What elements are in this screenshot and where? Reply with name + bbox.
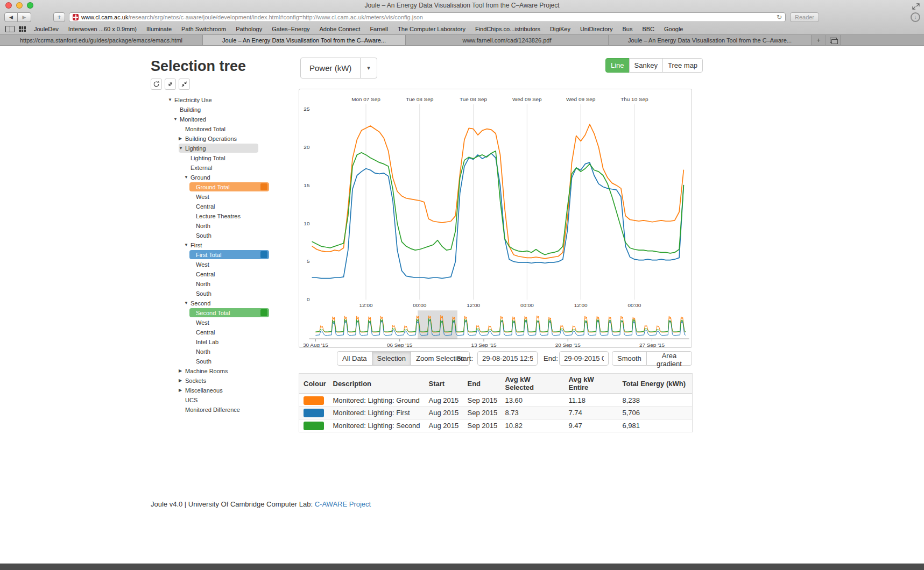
tree-expand-icon[interactable]: ▶ [179, 368, 185, 373]
bookmark-item-gates-energy[interactable]: Gates–Energy [272, 26, 309, 32]
tree-item-north[interactable]: North [166, 347, 306, 357]
back-icon: ◀ [9, 15, 13, 20]
tree-item-central[interactable]: Central [166, 202, 306, 211]
minimize-button[interactable] [16, 2, 23, 9]
bookmark-item-interwoven-60-x-0-9mm[interactable]: Interwoven ...60 x 0.9mm) [68, 26, 137, 32]
table-row[interactable]: Monitored: Lighting: FirstAug 2015Sep 20… [299, 407, 693, 419]
bookmark-item-adobe-connect[interactable]: Adobe Connect [320, 26, 361, 32]
bookmark-item-bus[interactable]: Bus [622, 26, 632, 32]
downloads-icon[interactable]: ↓ [911, 12, 920, 22]
bookmark-item-bbc[interactable]: BBC [642, 26, 654, 32]
tree-item-machine-rooms[interactable]: ▶Machine Rooms [166, 366, 306, 376]
bookmark-item-findchips-co-istributors[interactable]: FindChips.co...istributors [475, 26, 540, 32]
collapse-all-button[interactable] [179, 79, 190, 90]
reload-icon[interactable]: ↻ [777, 13, 782, 22]
tree-item-lighting[interactable]: ▼Lighting [166, 144, 306, 153]
bookmark-item-farnell[interactable]: Farnell [370, 26, 388, 32]
tree-collapse-icon[interactable]: ▼ [184, 243, 191, 247]
bookmark-item-the-computer-laboratory[interactable]: The Computer Laboratory [398, 26, 465, 32]
tree-item-west[interactable]: West [166, 318, 306, 327]
tree-collapse-icon[interactable]: ▼ [173, 117, 180, 122]
tree-item-building[interactable]: Building [166, 105, 306, 115]
area-gradient-button[interactable]: Area gradient [646, 351, 692, 366]
add-bookmark-button[interactable]: + [53, 12, 65, 22]
chart-svg[interactable]: Mon 07 Sep12:00Tue 08 Sep00:00Tue 08 Sep… [299, 89, 692, 347]
back-button[interactable]: ◀ [4, 12, 18, 22]
tree-item-external[interactable]: External [166, 163, 306, 173]
window-titlebar[interactable]: Joule – An Energy Data Visualisation Too… [0, 0, 924, 11]
top-sites-icon[interactable] [19, 26, 26, 32]
end-datetime-input[interactable] [559, 351, 609, 366]
close-button[interactable] [5, 2, 12, 9]
tree-item-first-total[interactable]: First Total [166, 250, 306, 260]
tree-collapse-icon[interactable]: ▼ [184, 301, 191, 305]
tree-item-ground-total[interactable]: Ground Total [166, 182, 306, 192]
tree-item-ground[interactable]: ▼Ground [166, 173, 306, 182]
view-button-line[interactable]: Line [605, 58, 630, 73]
bookmark-item-digikey[interactable]: DigiKey [550, 26, 570, 32]
zoom-button[interactable] [27, 2, 33, 9]
c-aware-link[interactable]: C-AWARE Project [315, 500, 371, 508]
refresh-tree-button[interactable] [151, 79, 162, 90]
tree-item-monitored-difference[interactable]: Monitored Difference [166, 405, 306, 415]
view-button-sankey[interactable]: Sankey [629, 58, 663, 73]
range-button-all-data[interactable]: All Data [337, 351, 372, 366]
tree-item-intel-lab[interactable]: Intel Lab [166, 337, 306, 347]
fullscreen-icon[interactable] [912, 2, 920, 9]
tree-expand-icon[interactable]: ▶ [179, 388, 185, 393]
bookmark-item-google[interactable]: Google [664, 26, 683, 32]
browser-tab[interactable]: Joule – An Energy Data Visualisation Too… [203, 35, 406, 45]
tree-collapse-icon[interactable]: ▼ [184, 175, 191, 180]
tree-item-lighting-total[interactable]: Lighting Total [166, 153, 306, 163]
tree-item-label: Electricity Use [174, 97, 212, 103]
tree-item-first[interactable]: ▼First [166, 240, 306, 250]
address-bar[interactable]: www.cl.cam.ac.uk/research/srg/netos/c-aw… [69, 12, 786, 22]
tree-item-south[interactable]: South [166, 357, 306, 366]
end-cell: Sep 2015 [463, 407, 501, 419]
table-row[interactable]: Monitored: Lighting: GroundAug 2015Sep 2… [299, 394, 693, 407]
tree-item-miscellaneous[interactable]: ▶Miscellaneous [166, 386, 306, 395]
metric-select[interactable]: Power (kW) ▾ [300, 58, 377, 79]
tree-item-north[interactable]: North [166, 279, 306, 289]
smooth-button[interactable]: Smooth [612, 351, 647, 366]
tree-collapse-icon[interactable]: ▼ [168, 97, 174, 102]
view-button-tree-map[interactable]: Tree map [662, 58, 703, 73]
expand-all-button[interactable] [165, 79, 176, 90]
tree-item-west[interactable]: West [166, 260, 306, 269]
tree-item-west[interactable]: West [166, 192, 306, 202]
forward-button[interactable]: ▶ [18, 12, 31, 22]
tree-item-south[interactable]: South [166, 231, 306, 240]
tree-item-monitored[interactable]: ▼Monitored [166, 115, 306, 124]
show-all-tabs-button[interactable] [826, 35, 841, 45]
tree-item-central[interactable]: Central [166, 269, 306, 279]
tree-collapse-icon[interactable]: ▼ [179, 146, 185, 151]
tree-item-label: Ground Total [196, 184, 230, 190]
tree-item-lecture-theatres[interactable]: Lecture Theatres [166, 211, 306, 221]
tree-item-monitored-total[interactable]: Monitored Total [166, 124, 306, 134]
tree-item-north[interactable]: North [166, 221, 306, 231]
tree-item-ucs[interactable]: UCS [166, 395, 306, 405]
tree-item-sockets[interactable]: ▶Sockets [166, 376, 306, 386]
tree-item-building-operations[interactable]: ▶Building Operations [166, 134, 306, 144]
tree-item-south[interactable]: South [166, 289, 306, 298]
tree-expand-icon[interactable]: ▶ [179, 136, 185, 141]
bookmark-item-unidirectory[interactable]: UniDirectory [580, 26, 613, 32]
start-datetime-input[interactable] [477, 351, 538, 366]
bookmarks-sidebar-icon[interactable] [5, 26, 15, 32]
table-row[interactable]: Monitored: Lighting: SecondAug 2015Sep 2… [299, 419, 693, 432]
tree-expand-icon[interactable]: ▶ [179, 378, 185, 383]
new-tab-button[interactable]: + [812, 35, 826, 45]
tree-item-electricity-use[interactable]: ▼Electricity Use [166, 95, 306, 105]
tree-item-central[interactable]: Central [166, 327, 306, 337]
tree-item-second[interactable]: ▼Second [166, 298, 306, 308]
bookmark-item-pathology[interactable]: Pathology [236, 26, 262, 32]
browser-tab[interactable]: Joule – An Energy Data Visualisation Too… [609, 35, 812, 45]
bookmark-item-illuminate[interactable]: Illuminate [146, 26, 172, 32]
bookmark-item-jouledev[interactable]: JouleDev [34, 26, 59, 32]
bookmark-item-path-switchroom[interactable]: Path Switchroom [181, 26, 226, 32]
range-button-selection[interactable]: Selection [372, 351, 411, 366]
reader-button[interactable]: Reader [790, 12, 819, 22]
tree-item-second-total[interactable]: Second Total [166, 308, 306, 318]
browser-tab[interactable]: www.farnell.com/cad/1243826.pdf [406, 35, 609, 45]
browser-tab[interactable]: https://ccrma.stanford.edu/guides/packag… [0, 35, 203, 45]
